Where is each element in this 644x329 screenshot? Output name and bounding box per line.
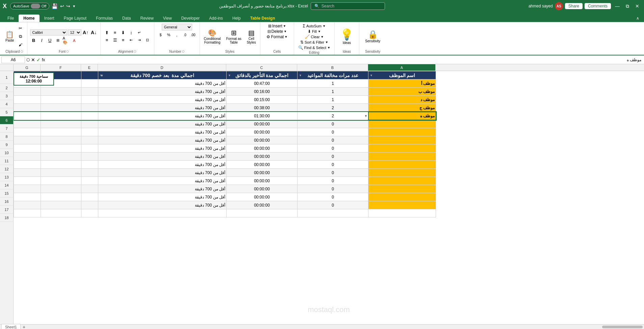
- format-dropdown-icon[interactable]: ▼: [284, 35, 287, 39]
- quick-access-dropdown[interactable]: ▼: [72, 4, 76, 8]
- cell-a17[interactable]: [368, 201, 436, 209]
- share-button[interactable]: Share: [565, 3, 583, 9]
- cell-g17[interactable]: [14, 201, 41, 209]
- find-select-dropdown[interactable]: ▼: [327, 46, 330, 49]
- row-17[interactable]: 17: [0, 206, 13, 214]
- grow-font-btn[interactable]: A↑: [82, 29, 89, 36]
- redo-icon[interactable]: ↪: [66, 3, 70, 9]
- cell-d12[interactable]: أقل من 700 دقيقة: [98, 161, 227, 169]
- row-5[interactable]: 5: [0, 108, 13, 116]
- row-1[interactable]: 1: [0, 71, 13, 84]
- ribbon-collapse-btn[interactable]: ∧: [634, 15, 641, 22]
- cell-d9[interactable]: أقل من 700 دقيقة: [98, 136, 227, 144]
- sheet-tab-1[interactable]: Sheet1: [1, 324, 21, 329]
- cell-f14[interactable]: [41, 177, 81, 185]
- align-center-btn[interactable]: ☰: [111, 37, 119, 44]
- col-header-a[interactable]: A: [368, 64, 436, 71]
- cell-a1[interactable]: اسم الموظف: [368, 71, 436, 79]
- clear-button[interactable]: 🧹 Clear ▼: [305, 34, 324, 39]
- cell-d10[interactable]: أقل من 700 دقيقة: [98, 144, 227, 152]
- insert-button[interactable]: ⊞ Insert ▼: [268, 24, 286, 28]
- cell-g11[interactable]: [14, 152, 41, 161]
- cell-f9[interactable]: [41, 136, 81, 144]
- font-expand-icon[interactable]: ⬡: [66, 50, 69, 53]
- cell-b3[interactable]: 1: [298, 88, 368, 96]
- col-header-c[interactable]: C: [226, 64, 297, 71]
- row-16[interactable]: 16: [0, 197, 13, 206]
- cell-g16[interactable]: [14, 193, 41, 201]
- cell-e18[interactable]: [81, 209, 98, 217]
- cell-a4[interactable]: موظف د: [368, 96, 436, 104]
- row-11[interactable]: 11: [0, 157, 13, 165]
- cell-b13[interactable]: 0: [298, 169, 368, 177]
- col-header-d[interactable]: D: [98, 64, 226, 71]
- minimize-button[interactable]: —: [613, 3, 622, 9]
- row-15[interactable]: 15: [0, 189, 13, 197]
- number-format-select[interactable]: General: [162, 24, 192, 30]
- cell-f10[interactable]: [41, 144, 81, 152]
- tab-review[interactable]: Review: [135, 15, 158, 22]
- cell-c5[interactable]: 00:38:00: [227, 104, 298, 112]
- tab-table-design[interactable]: Table Design: [246, 15, 280, 22]
- cell-c4[interactable]: 00:15:00: [227, 96, 298, 104]
- formula-expand-icon[interactable]: ⬡: [26, 57, 30, 62]
- percent-btn[interactable]: %: [165, 31, 173, 38]
- cell-f7[interactable]: [41, 120, 81, 128]
- cell-g5[interactable]: [14, 104, 41, 112]
- cell-e17[interactable]: [81, 201, 98, 209]
- cell-b8[interactable]: 0: [298, 128, 368, 136]
- cell-c7[interactable]: 00:00:00: [227, 120, 298, 128]
- confirm-formula-icon[interactable]: ✓: [36, 57, 41, 63]
- align-bottom-btn[interactable]: ⬇: [120, 29, 127, 36]
- cell-c9[interactable]: 00:00:00: [227, 136, 298, 144]
- cell-b14[interactable]: 0: [298, 177, 368, 185]
- tab-data[interactable]: Data: [118, 15, 135, 22]
- cell-f17[interactable]: [41, 201, 81, 209]
- text-direction-btn[interactable]: ↕: [128, 29, 135, 36]
- clear-dropdown[interactable]: ▼: [321, 35, 324, 39]
- tab-file[interactable]: File: [3, 15, 19, 22]
- decrease-decimal-btn[interactable]: .0: [181, 31, 189, 38]
- cell-d1[interactable]: اجمالي مدة بعد خصم 700 دقيقة ▼: [98, 71, 227, 79]
- cell-a10[interactable]: [368, 144, 436, 152]
- cell-d3[interactable]: أقل من 700 دقيقة: [98, 88, 227, 96]
- format-button[interactable]: ⚙ Format ▼: [266, 34, 287, 39]
- cell-c17[interactable]: 00:00:00: [227, 201, 298, 209]
- close-button[interactable]: ✕: [633, 3, 641, 9]
- decrease-indent-btn[interactable]: ⇤: [128, 37, 135, 44]
- cell-c16[interactable]: 00:00:00: [227, 193, 298, 201]
- delete-button[interactable]: ⊟ Delete ▼: [267, 29, 287, 34]
- cell-d2[interactable]: أقل من 700 دقيقة: [98, 79, 227, 88]
- cell-d6[interactable]: أقل من 700 دقيقة: [98, 112, 227, 120]
- cell-f3[interactable]: [41, 88, 81, 96]
- cell-f8[interactable]: [41, 128, 81, 136]
- cell-b15[interactable]: 0: [298, 185, 368, 193]
- cell-b18[interactable]: [298, 209, 368, 217]
- cell-c14[interactable]: 00:00:00: [227, 177, 298, 185]
- row-10[interactable]: 10: [0, 149, 13, 157]
- cell-d16[interactable]: أقل من 700 دقيقة: [98, 193, 227, 201]
- save-icon[interactable]: 💾: [51, 3, 58, 9]
- autosum-dropdown[interactable]: ▼: [323, 24, 326, 28]
- fill-dropdown[interactable]: ▼: [318, 30, 321, 33]
- insert-dropdown-icon[interactable]: ▼: [283, 24, 286, 28]
- cell-a3[interactable]: موظف ب: [368, 88, 436, 96]
- format-as-table-button[interactable]: ⊞ Format asTable: [225, 28, 243, 45]
- cell-e1[interactable]: [81, 71, 98, 79]
- cell-b12[interactable]: 0: [298, 161, 368, 169]
- formula-input[interactable]: [46, 57, 643, 63]
- cell-f13[interactable]: [41, 169, 81, 177]
- tab-addins[interactable]: Add-ins: [204, 15, 228, 22]
- cut-button[interactable]: ✂: [17, 25, 24, 32]
- find-select-button[interactable]: 🔍 Find & Select ▼: [298, 45, 330, 50]
- cell-d5[interactable]: أقل من 700 دقيقة: [98, 104, 227, 112]
- cell-e15[interactable]: [81, 185, 98, 193]
- sort-filter-dropdown[interactable]: ▼: [325, 41, 328, 44]
- autosave-toggle[interactable]: [31, 4, 40, 8]
- fill-color-button[interactable]: A🎨: [62, 37, 70, 44]
- cell-d14[interactable]: أقل من 700 دقيقة: [98, 177, 227, 185]
- cell-g12[interactable]: [14, 161, 41, 169]
- cell-a9[interactable]: [368, 136, 436, 144]
- sensitivity-button[interactable]: 🔒 Sensitivity: [362, 27, 383, 46]
- cell-c15[interactable]: 00:00:00: [227, 185, 298, 193]
